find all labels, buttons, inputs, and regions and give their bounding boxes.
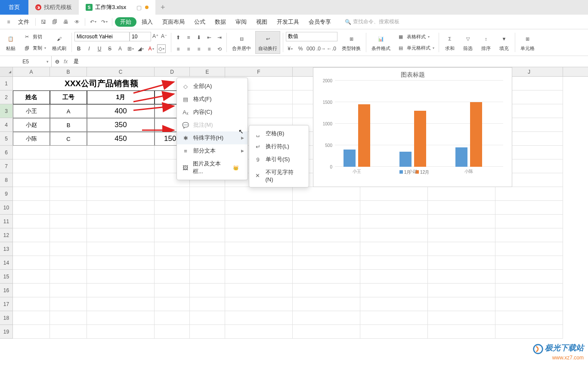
cell[interactable]	[293, 270, 360, 284]
cell[interactable]: 450	[87, 132, 155, 146]
sort-button[interactable]: ↕排序	[478, 31, 494, 54]
cell[interactable]	[50, 284, 87, 297]
cell[interactable]	[360, 228, 428, 242]
ctx-format[interactable]: ▤格式(F)	[177, 93, 248, 106]
align-right-icon[interactable]: ≡	[195, 45, 203, 53]
cell[interactable]	[13, 146, 50, 159]
command-search[interactable]: 🔍 查找命令、搜索模板	[345, 18, 399, 25]
cell[interactable]: 小陈	[13, 132, 50, 146]
cell[interactable]	[50, 256, 87, 270]
cell[interactable]	[293, 256, 360, 270]
cell[interactable]	[360, 284, 428, 297]
cell[interactable]	[13, 325, 50, 339]
cell[interactable]	[190, 270, 225, 284]
cancel-icon[interactable]: ⊖	[55, 59, 59, 65]
cell[interactable]	[360, 201, 428, 215]
cell[interactable]	[50, 201, 87, 215]
bold-icon[interactable]: B	[74, 44, 83, 53]
copy-button[interactable]: 🗐复制▾	[21, 44, 48, 53]
cell[interactable]	[495, 270, 563, 284]
cell[interactable]	[87, 215, 155, 228]
italic-icon[interactable]: I	[85, 44, 93, 53]
paste-button[interactable]: 📋 粘贴	[3, 31, 19, 54]
cell[interactable]	[50, 270, 87, 284]
align-top-icon[interactable]: ⬆	[174, 33, 183, 42]
cell[interactable]	[155, 187, 190, 201]
cell[interactable]	[225, 201, 293, 215]
preview-icon[interactable]: 👁	[72, 17, 82, 27]
cell[interactable]	[495, 297, 563, 311]
cell[interactable]	[495, 256, 563, 270]
indent-decrease-icon[interactable]: ⇤	[205, 33, 214, 42]
menu-review[interactable]: 审阅	[231, 15, 251, 29]
row-header-14[interactable]: 14	[0, 256, 12, 270]
decimal-inc-icon[interactable]: .0→	[317, 44, 325, 53]
row-header-5[interactable]: 5	[0, 132, 12, 146]
cell[interactable]	[293, 242, 360, 256]
menu-dev[interactable]: 开发工具	[272, 15, 303, 29]
row-header-17[interactable]: 17	[0, 297, 12, 311]
menu-start[interactable]: 开始	[115, 17, 136, 27]
font-shrink-icon[interactable]: A⁻	[160, 32, 168, 41]
menu-formula[interactable]: 公式	[190, 15, 210, 29]
cell[interactable]	[428, 325, 495, 339]
cell[interactable]	[360, 256, 428, 270]
cell[interactable]	[87, 242, 155, 256]
col-header-A[interactable]: A	[13, 67, 50, 76]
cell[interactable]	[190, 201, 225, 215]
cell[interactable]	[293, 311, 360, 325]
ctx-quote[interactable]: 9单引号(S)	[249, 153, 309, 166]
font-name-select[interactable]: Microsoft YaHei	[74, 32, 130, 41]
ctx-space[interactable]: ␣空格(B)	[249, 127, 309, 140]
cell[interactable]	[13, 242, 50, 256]
redo-icon[interactable]: ↷▾	[99, 17, 109, 27]
row-header-15[interactable]: 15	[0, 270, 12, 284]
ctx-special-chars[interactable]: ✱特殊字符(H)▶	[177, 131, 248, 144]
print-icon[interactable]: 🖶	[61, 17, 71, 27]
merge-center-button[interactable]: ⊟合并居中	[229, 31, 254, 54]
cell[interactable]	[155, 325, 190, 339]
menu-member[interactable]: 会员专享	[304, 15, 335, 29]
row-header-12[interactable]: 12	[0, 228, 12, 242]
cell[interactable]	[428, 228, 495, 242]
cell[interactable]	[50, 146, 87, 159]
thousand-sep-icon[interactable]: 000	[306, 44, 315, 53]
cell[interactable]	[87, 311, 155, 325]
cell[interactable]	[495, 215, 563, 228]
tab-add[interactable]: +	[155, 0, 170, 15]
cell[interactable]	[155, 242, 190, 256]
cell[interactable]	[190, 297, 225, 311]
cell[interactable]: C	[50, 132, 87, 146]
cell[interactable]	[87, 284, 155, 297]
cell[interactable]: 1月	[87, 90, 155, 104]
ctx-content[interactable]: Aᵪ内容(C)	[177, 106, 248, 119]
cell[interactable]	[225, 242, 293, 256]
cell[interactable]	[13, 173, 50, 187]
row-header-9[interactable]: 9	[0, 187, 12, 201]
cell[interactable]	[495, 242, 563, 256]
cell[interactable]	[13, 270, 50, 284]
cell[interactable]	[13, 215, 50, 228]
cell[interactable]	[13, 201, 50, 215]
cell[interactable]	[190, 311, 225, 325]
cell[interactable]	[225, 325, 293, 339]
cell[interactable]	[13, 256, 50, 270]
chart-embedded[interactable]: 图表标题 0500100015002000小王小赵小陈 1月 12月	[313, 67, 512, 187]
cell[interactable]	[87, 173, 155, 187]
ctx-invisible[interactable]: ✕不可见字符(N)	[249, 166, 309, 185]
cell[interactable]	[13, 228, 50, 242]
cell[interactable]	[360, 187, 428, 201]
col-header-B[interactable]: B	[50, 67, 87, 76]
menu-data[interactable]: 数据	[210, 15, 230, 29]
save-icon[interactable]: 🖫	[38, 17, 49, 27]
ctx-partial-text[interactable]: ≡部分文本▶	[177, 144, 248, 157]
percent-icon[interactable]: %	[296, 44, 305, 53]
formula-input[interactable]: 是	[71, 56, 588, 67]
row-header-19[interactable]: 19	[0, 325, 12, 339]
col-header-F[interactable]: F	[225, 67, 293, 76]
cell[interactable]	[50, 311, 87, 325]
orientation-icon[interactable]: ⟲	[215, 45, 224, 53]
cell[interactable]	[495, 325, 563, 339]
row-header-7[interactable]: 7	[0, 159, 12, 173]
cell[interactable]	[360, 215, 428, 228]
